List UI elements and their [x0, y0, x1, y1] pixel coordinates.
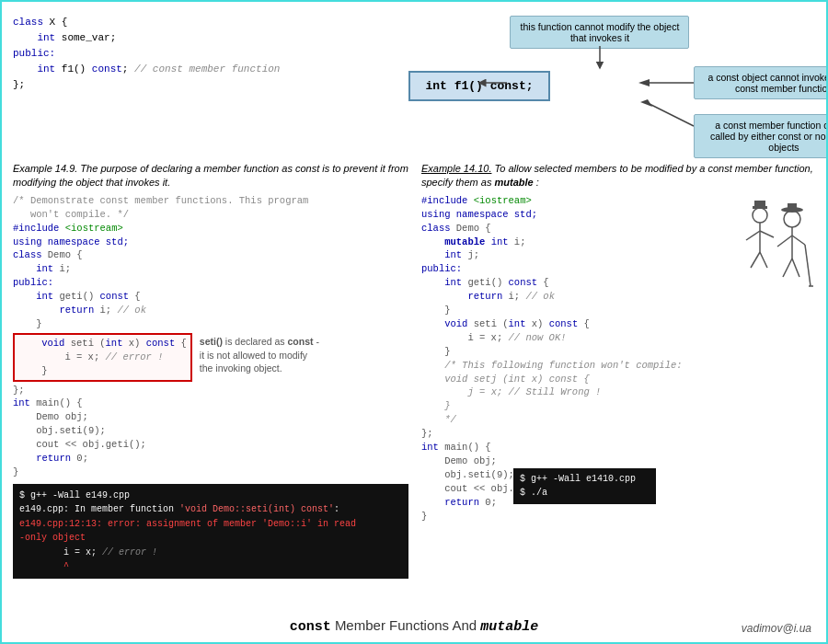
svg-line-11: [751, 252, 760, 268]
svg-line-10: [760, 231, 774, 237]
footer: const Member Functions And mutable: [2, 617, 826, 635]
svg-line-18: [792, 236, 805, 245]
class-x-code: class X { int some_var; public: int f1()…: [13, 15, 280, 158]
svg-line-19: [783, 259, 792, 277]
svg-point-7: [753, 208, 767, 223]
callout-right1: a const object cannot invoke a non-const…: [694, 66, 828, 99]
svg-line-23: [805, 245, 811, 286]
example-14-10-text: Example 14.10. To allow selected members…: [421, 162, 815, 190]
callout-right2: a const member function can be called by…: [694, 114, 828, 158]
svg-line-9: [746, 231, 760, 240]
svg-line-17: [777, 236, 792, 247]
footer-const: const: [290, 619, 331, 635]
terminal-left: $ g++ -Wall e149.cpp e149.cpp: In member…: [13, 484, 408, 579]
svg-line-20: [792, 259, 799, 277]
right-panel: Example 14.10. To allow selected members…: [421, 162, 815, 579]
code-block-left: /* Demonstrate const member functions. T…: [13, 194, 408, 479]
code-block-right: #include <iostream> using namespace std;…: [421, 194, 731, 523]
figure-svg: [737, 199, 815, 309]
left-panel: Example 14.9. The purpose of declaring a…: [13, 162, 408, 579]
seti-error-box: void seti (int x) const { i = x; // erro…: [13, 333, 192, 382]
illustration: [737, 194, 815, 523]
svg-line-4: [648, 103, 694, 126]
svg-point-15: [784, 211, 800, 227]
footer-mutable: mutable: [480, 619, 538, 635]
footer-email: vadimov@i.ua: [742, 622, 811, 635]
example-14-9-text: Example 14.9. The purpose of declaring a…: [13, 162, 408, 190]
svg-line-12: [760, 252, 767, 268]
diagram-arrows: [289, 11, 749, 158]
diagram-area: this function cannot modify the object t…: [289, 11, 749, 158]
svg-rect-14: [754, 201, 765, 208]
svg-marker-3: [638, 79, 650, 86]
seti-note: seti() is declared as const - it is not …: [200, 335, 319, 375]
svg-rect-22: [788, 203, 797, 211]
footer-middle: Member Functions And: [335, 617, 477, 633]
terminal-right-small: $ g++ -Wall e1410.cpp $ ./a: [513, 468, 656, 504]
svg-marker-5: [640, 99, 652, 107]
